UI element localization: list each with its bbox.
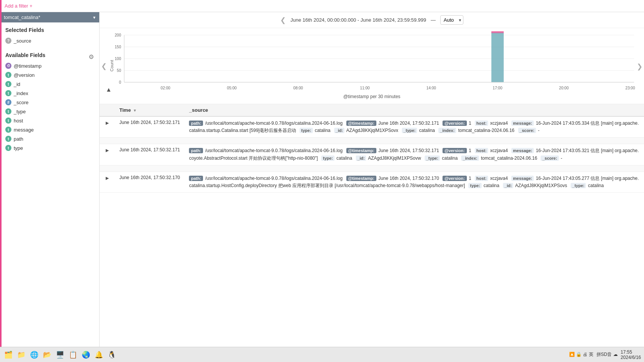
selected-fields-title: Selected Fields [5, 27, 94, 33]
host-name: host [14, 118, 23, 124]
taskbar-right: 🔼 🔒 🖨 英 拼SD音 ☁ 17:552024/6/16 [569, 349, 641, 360]
field-version: t @version [5, 70, 94, 79]
time-cell-0: June 16th 2024, 17:50:32.171 [115, 116, 184, 138]
version-badge: t [5, 72, 11, 78]
taskbar-icon-0[interactable]: 🗂️ [3, 349, 14, 360]
field-score: # _score [5, 98, 94, 107]
expand-col-header [100, 104, 115, 116]
main-content: ❮ June 16th 2024, 00:00:00.000 - June 16… [100, 12, 644, 362]
taskbar: 🗂️ 📁 🌐 📂 🖥️ 📋 🌏 🔔 🐧 🔼 🔒 🖨 英 拼SD音 ☁ 17:55… [0, 347, 644, 362]
time-cell-2: June 16th 2024, 17:50:32.170 [115, 171, 184, 192]
source-cell-0: path: /usr/local/tomcat/apache-tomcat-9.… [184, 116, 644, 138]
row-spacer [100, 138, 644, 144]
time-range-text: June 16th 2024, 00:00:00.000 - June 16th… [290, 17, 426, 23]
field-host: t host [5, 116, 94, 125]
type-name: _type [14, 109, 26, 114]
taskbar-time: 17:552024/6/16 [621, 349, 641, 360]
main-layout: tomcat_catalina* ▾ Selected Fields ? _so… [0, 12, 644, 362]
path-badge: t [5, 136, 11, 142]
taskbar-icon-7[interactable]: 🔔 [94, 349, 104, 360]
chart-up-arrow[interactable]: ▲ [106, 86, 112, 93]
svg-text:02:00: 02:00 [161, 86, 171, 90]
chart-x-label: @timestamp per 30 minutes [106, 94, 638, 99]
field-id: t _id [5, 79, 94, 89]
index-selector-value: tomcat_catalina* [4, 14, 40, 20]
taskbar-icon-1[interactable]: 📁 [16, 349, 27, 360]
gear-icon[interactable]: ⚙ [89, 53, 94, 60]
svg-text:17:00: 17:00 [493, 86, 503, 90]
time-nav-left[interactable]: ❮ [280, 16, 286, 24]
source-cell-2: path: /usr/local/tomcat/apache-tomcat-9.… [184, 171, 644, 192]
svg-text:20:00: 20:00 [559, 86, 569, 90]
available-fields-header: Available Fields ⚙ [5, 52, 94, 61]
expand-btn-0[interactable]: ▶ [104, 120, 110, 126]
field-index: t _index [5, 89, 94, 98]
top-bar: Add a filter + [0, 0, 644, 12]
field-type-main: t type [5, 143, 94, 152]
time-separator: — [431, 17, 436, 23]
chart-area: ❮ ❯ Count 200 150 100 50 0 02:00 05:00 [100, 28, 644, 104]
table-row: ▶June 16th 2024, 17:50:32.171path: /usr/… [100, 116, 644, 138]
svg-text:08:00: 08:00 [293, 86, 303, 90]
sidebar: tomcat_catalina* ▾ Selected Fields ? _so… [0, 12, 100, 362]
expand-btn-1[interactable]: ▶ [104, 147, 110, 154]
selected-fields-section: Selected Fields ? _source [0, 22, 99, 48]
svg-text:14:00: 14:00 [427, 86, 436, 90]
svg-rect-20 [491, 31, 503, 33]
index-selector[interactable]: tomcat_catalina* ▾ [0, 12, 99, 22]
id-name: _id [14, 81, 20, 87]
field-timestamp: ⏱ @timestamp [5, 61, 94, 70]
chart-nav-right[interactable]: ❯ [637, 62, 642, 71]
taskbar-icon-5[interactable]: 📋 [68, 349, 78, 360]
source-col-header: _source [184, 104, 644, 116]
svg-text:50: 50 [117, 68, 121, 73]
index-badge: t [5, 90, 11, 96]
time-col-header[interactable]: Time ▼ [115, 104, 184, 116]
source-badge: ? [5, 38, 11, 44]
svg-text:200: 200 [115, 33, 121, 37]
add-filter-link[interactable]: Add a filter + [5, 3, 32, 9]
version-name: @version [14, 72, 35, 78]
taskbar-icon-6[interactable]: 🌏 [81, 349, 91, 360]
auto-select[interactable]: Auto [440, 15, 463, 25]
chart-nav-left[interactable]: ❮ [101, 62, 107, 70]
host-badge: t [5, 117, 11, 124]
svg-text:05:00: 05:00 [227, 86, 237, 90]
auto-select-wrap: Auto [440, 15, 463, 25]
type-main-badge: t [5, 145, 11, 151]
index-selector-arrow: ▾ [93, 15, 95, 20]
path-name: path [14, 136, 23, 142]
time-cell-1: June 16th 2024, 17:50:32.171 [115, 144, 184, 165]
field-message: t message [5, 125, 94, 134]
svg-text:11:00: 11:00 [360, 86, 370, 90]
selected-field-source: ? _source [5, 36, 94, 45]
timestamp-name: @timestamp [14, 63, 41, 69]
results-table: Time ▼ _source ▶June 16th 2024, 17:50:32… [100, 104, 644, 193]
taskbar-icon-2[interactable]: 🌐 [29, 349, 40, 360]
score-name: _score [14, 100, 29, 105]
timestamp-badge: ⏱ [5, 63, 11, 69]
table-row: ▶June 16th 2024, 17:50:32.170path: /usr/… [100, 171, 644, 192]
message-name: message [14, 127, 34, 133]
taskbar-icon-4[interactable]: 🖥️ [55, 349, 65, 360]
taskbar-pinyin: 拼SD音 ☁ [596, 351, 618, 358]
svg-text:0: 0 [119, 80, 121, 84]
expand-btn-2[interactable]: ▶ [104, 175, 110, 181]
svg-text:100: 100 [115, 57, 121, 61]
svg-text:150: 150 [115, 45, 121, 49]
add-filter-plus: + [30, 3, 33, 9]
chart-svg: Count 200 150 100 50 0 02:00 05:00 08:00… [106, 31, 638, 92]
field-path: t path [5, 134, 94, 143]
svg-text:23:00: 23:00 [625, 86, 635, 90]
add-filter-text: Add a filter [5, 3, 28, 9]
type-badge: t [5, 108, 11, 114]
index-name: _index [14, 90, 28, 96]
taskbar-icon-8[interactable]: 🐧 [106, 349, 117, 360]
source-cell-1: path: /usr/local/tomcat/apache-tomcat-9.… [184, 144, 644, 165]
available-fields-section: Available Fields ⚙ ⏱ @timestamp t @versi… [0, 48, 99, 155]
taskbar-icon-3[interactable]: 📂 [42, 349, 52, 360]
type-main-name: type [14, 145, 23, 151]
taskbar-systray: 🔼 🔒 🖨 英 [569, 351, 593, 358]
source-field-name: _source [14, 38, 31, 44]
results-area[interactable]: Time ▼ _source ▶June 16th 2024, 17:50:32… [100, 104, 644, 362]
